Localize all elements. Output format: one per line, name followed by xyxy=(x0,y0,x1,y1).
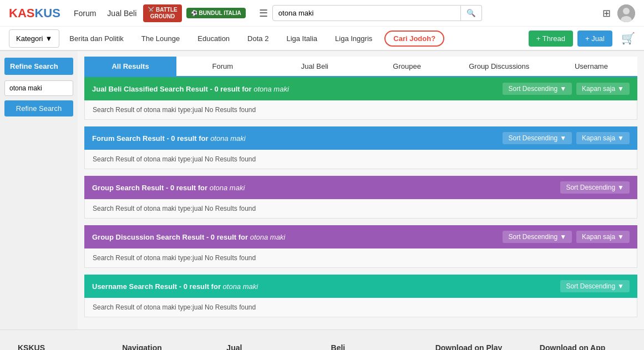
section-group-discussion-header: Group Discussion Search Result - 0 resul… xyxy=(84,225,637,248)
section-username: Username Search Result - 0 result for ot… xyxy=(84,275,637,317)
cat-berita[interactable]: Berita dan Politik xyxy=(62,30,131,47)
section-username-header: Username Search Result - 0 result for ot… xyxy=(84,275,637,298)
cat-education[interactable]: Education xyxy=(190,30,237,47)
section-group: Group Search Result - 0 result for otona… xyxy=(84,176,637,219)
grid-icon[interactable]: ⊞ xyxy=(602,7,611,19)
sidebar: Refine Search Refine Search xyxy=(0,51,78,329)
kaskus-logo[interactable]: KASKUS xyxy=(9,6,60,21)
section-group-discussion-controls: Sort Descending ▼ Kapan saja ▼ xyxy=(503,231,630,243)
section-username-title: Username Search Result - 0 result for ot… xyxy=(92,282,258,291)
section-username-controls: Sort Descending ▼ xyxy=(560,280,630,292)
footer: KSKUS Tentang Bantuan Tentang Kami Navig… xyxy=(0,329,644,350)
nav-jual-beli[interactable]: Jual Beli xyxy=(107,9,136,18)
chevron-down-icon: ▼ xyxy=(560,233,566,241)
top-nav: Forum Jual Beli xyxy=(74,9,136,18)
tab-group-discussions[interactable]: Group Discussions xyxy=(453,57,545,76)
tab-groupee[interactable]: Groupee xyxy=(361,57,453,76)
section-group-header: Group Search Result - 0 result for otona… xyxy=(84,176,637,199)
footer-col-beli: Beli Cara Membeli Updated Pembelian - FA… xyxy=(322,343,427,350)
section-jual-beli-header: Jual Beli Classified Search Result - 0 r… xyxy=(84,77,637,100)
jual-button[interactable]: + Jual xyxy=(577,31,612,47)
cat-liga-italia[interactable]: Liga Italia xyxy=(278,30,325,47)
search-button[interactable]: 🔍 xyxy=(461,5,482,21)
chevron-down-icon: ▼ xyxy=(560,85,566,93)
footer-play-store-title: Download on Play Store xyxy=(435,343,522,350)
tab-jual-beli[interactable]: Jual Beli xyxy=(268,57,361,76)
section-group-title: Group Search Result - 0 result for otona… xyxy=(92,184,245,192)
search-bar: ☰ 🔍 xyxy=(259,5,596,21)
cari-jodoh-button[interactable]: Cari Jodoh? xyxy=(384,31,444,47)
footer-col-app-store: Download on App Store KASKUS Jual Beli K… xyxy=(531,343,635,350)
tab-forum[interactable]: Forum xyxy=(176,57,268,76)
footer-navigation-title: Navigation xyxy=(122,343,209,350)
footer-jual-title: Jual xyxy=(226,343,313,350)
chevron-down-icon: ▼ xyxy=(560,134,566,142)
section-jual-beli: Jual Beli Classified Search Result - 0 r… xyxy=(84,77,637,120)
category-bar: Kategori ▼ Berita dan Politik The Lounge… xyxy=(0,27,644,51)
kapan-saja-button[interactable]: Kapan saja ▼ xyxy=(576,83,630,95)
forum-kapan-button[interactable]: Kapan saja ▼ xyxy=(576,132,630,144)
thread-button[interactable]: + Thread xyxy=(529,31,573,47)
sidebar-title: Refine Search xyxy=(4,58,73,75)
sort-descending-button[interactable]: Sort Descending ▼ xyxy=(503,83,572,95)
section-forum-body: Search Result of otona maki type:jual No… xyxy=(84,150,637,169)
footer-col-jual: Jual Cara Jual Updated Berjualan - FAQ xyxy=(217,343,322,350)
kategori-dropdown[interactable]: Kategori ▼ xyxy=(9,29,59,48)
section-username-body: Search Result of otona maki type:jual No… xyxy=(84,298,637,317)
chevron-down-icon: ▼ xyxy=(617,184,624,191)
section-forum-controls: Sort Descending ▼ Kapan saja ▼ xyxy=(503,132,630,144)
tab-username[interactable]: Username xyxy=(545,57,637,76)
section-group-controls: Sort Descending ▼ xyxy=(560,181,630,194)
section-jual-beli-body: Search Result of otona maki type:jual No… xyxy=(84,100,637,120)
section-group-discussion-title: Group Discussion Search Result - 0 resul… xyxy=(92,233,285,241)
section-forum-title: Forum Search Result - 0 result for otona… xyxy=(92,134,246,143)
forum-sort-button[interactable]: Sort Descending ▼ xyxy=(503,132,572,144)
section-group-discussion-body: Search Result of otona maki type:jual No… xyxy=(84,248,637,268)
nav-forum[interactable]: Forum xyxy=(74,9,96,18)
chevron-down-icon: ▼ xyxy=(617,134,624,142)
footer-col-play-store: Download on Play Store KASKUS Jual Beli … xyxy=(427,343,531,350)
header-right: ⊞ xyxy=(602,4,635,22)
group-sort-button[interactable]: Sort Descending ▼ xyxy=(560,181,630,194)
section-jual-beli-controls: Sort Descending ▼ Kapan saja ▼ xyxy=(503,83,630,95)
search-tabs: All Results Forum Jual Beli Groupee Grou… xyxy=(84,57,637,77)
top-header: KASKUS Forum Jual Beli ⚔️ BATTLEGROUND ⚽… xyxy=(0,0,644,27)
chevron-down-icon: ▼ xyxy=(45,34,52,43)
footer-beli-title: Beli xyxy=(331,343,418,350)
username-sort-button[interactable]: Sort Descending ▼ xyxy=(560,280,630,292)
search-content: All Results Forum Jual Beli Groupee Grou… xyxy=(78,51,644,329)
chevron-down-icon: ▼ xyxy=(617,85,624,93)
cat-lounge[interactable]: The Lounge xyxy=(134,30,187,47)
section-group-discussion: Group Discussion Search Result - 0 resul… xyxy=(84,225,637,268)
footer-app-store-title: Download on App Store xyxy=(540,343,626,350)
footer-brand-title: KSKUS xyxy=(18,343,104,350)
hamburger-icon[interactable]: ☰ xyxy=(259,7,268,19)
sidebar-search-input[interactable] xyxy=(4,80,73,96)
group-discussion-kapan-button[interactable]: Kapan saja ▼ xyxy=(576,231,630,243)
chevron-down-icon: ▼ xyxy=(617,233,624,241)
right-actions: + Thread + Jual 🛒 xyxy=(529,31,635,47)
cat-liga-inggris[interactable]: Liga Inggris xyxy=(327,30,380,47)
promo-banners: ⚔️ BATTLEGROUND ⚽ BUNDUL ITALIA xyxy=(143,4,246,22)
sidebar-refine-button[interactable]: Refine Search xyxy=(4,100,73,116)
tab-all-results[interactable]: All Results xyxy=(84,57,176,76)
section-forum: Forum Search Result - 0 result for otona… xyxy=(84,126,637,169)
section-jual-beli-title: Jual Beli Classified Search Result - 0 r… xyxy=(92,85,289,93)
footer-col-kskus: KSKUS Tentang Bantuan Tentang Kami xyxy=(9,343,113,350)
chevron-down-icon: ▼ xyxy=(617,282,624,290)
promo-battleground[interactable]: ⚔️ BATTLEGROUND xyxy=(143,4,181,22)
group-discussion-sort-button[interactable]: Sort Descending ▼ xyxy=(503,231,572,243)
cart-icon[interactable]: 🛒 xyxy=(621,32,635,45)
svg-point-1 xyxy=(623,8,630,14)
cat-dota2[interactable]: Dota 2 xyxy=(240,30,276,47)
main-content: Refine Search Refine Search All Results … xyxy=(0,51,644,329)
avatar[interactable] xyxy=(617,4,635,22)
promo-bundul-italia[interactable]: ⚽ BUNDUL ITALIA xyxy=(186,8,246,18)
search-input[interactable] xyxy=(272,5,461,21)
footer-col-navigation: Navigation Forum Jual Beli xyxy=(113,343,217,350)
section-forum-header: Forum Search Result - 0 result for otona… xyxy=(84,126,637,150)
section-group-body: Search Result of otona maki type:jual No… xyxy=(84,199,637,219)
